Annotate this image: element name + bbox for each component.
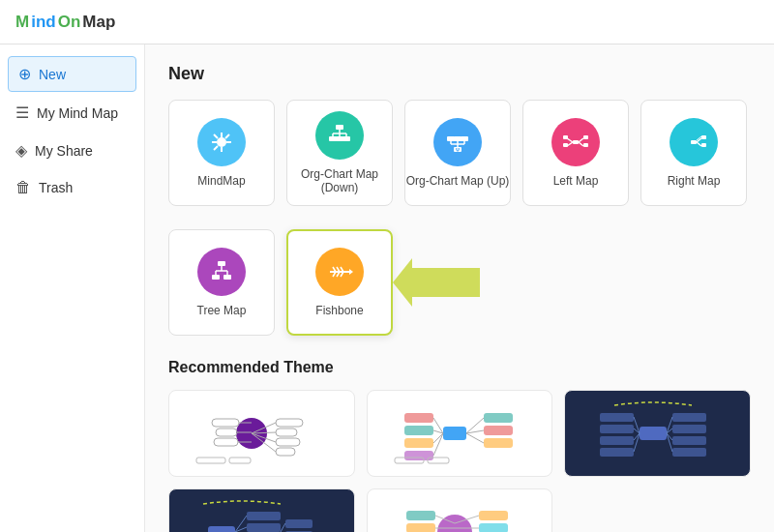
sidebar-item-trash-label: Trash (39, 180, 73, 195)
svg-rect-78 (404, 426, 433, 435)
svg-rect-77 (404, 413, 433, 423)
content-area: New MindMap (145, 44, 774, 532)
theme-card-1[interactable] (168, 390, 355, 477)
theme-grid (168, 390, 751, 532)
logo: MindOnMap (15, 13, 115, 32)
theme-card-2[interactable] (367, 390, 553, 477)
trash-icon: 🗑 (15, 179, 31, 196)
map-card-org-down[interactable]: Org-Chart Map (Down) (286, 100, 393, 206)
svg-rect-99 (600, 425, 634, 433)
svg-rect-16 (342, 136, 350, 141)
svg-rect-94 (672, 413, 706, 422)
logo-on2: On (58, 13, 81, 32)
fishbone-svg (326, 258, 353, 285)
svg-rect-110 (208, 526, 235, 532)
right-map-circle (670, 118, 718, 166)
svg-rect-19 (461, 136, 468, 141)
map-card-mindmap[interactable]: MindMap (168, 100, 275, 206)
svg-rect-96 (672, 436, 706, 445)
svg-rect-27 (573, 140, 579, 144)
svg-line-7 (214, 146, 218, 150)
svg-line-32 (579, 138, 583, 142)
svg-rect-61 (276, 429, 297, 436)
main-layout: ⊕ New ☰ My Mind Map ◈ My Share 🗑 Trash N… (0, 44, 774, 532)
map-type-grid: MindMap Org-C (168, 100, 751, 206)
svg-text:Ψ: Ψ (456, 147, 460, 153)
left-map-svg (562, 129, 589, 156)
section-title: New (168, 64, 751, 84)
svg-rect-80 (404, 451, 433, 460)
svg-rect-82 (484, 426, 513, 435)
theme-card-3[interactable] (564, 390, 751, 477)
svg-rect-111 (247, 512, 281, 520)
share-icon: ◈ (15, 141, 27, 160)
theme1-svg (189, 398, 334, 469)
logo-on: ind (31, 13, 56, 32)
mindmap-svg (208, 129, 235, 156)
map-card-tree[interactable]: Tree Map (168, 229, 275, 336)
mindmap-circle (197, 118, 246, 166)
svg-rect-48 (223, 275, 231, 280)
sidebar-item-new-label: New (39, 67, 66, 82)
svg-line-90 (466, 433, 484, 443)
svg-rect-76 (443, 427, 466, 440)
org-up-svg: Ψ (444, 129, 471, 156)
sidebar-item-my-mind-map[interactable]: ☰ My Mind Map (0, 94, 144, 132)
svg-rect-31 (563, 143, 568, 147)
svg-rect-100 (600, 436, 634, 445)
svg-rect-62 (276, 438, 300, 446)
theme4-svg (189, 496, 334, 532)
right-map-label: Right Map (668, 174, 721, 188)
svg-rect-47 (212, 275, 220, 280)
fishbone-circle (315, 248, 364, 296)
sidebar-item-my-share[interactable]: ◈ My Share (0, 132, 144, 169)
map-card-left[interactable]: Left Map (522, 100, 629, 206)
svg-rect-65 (216, 429, 237, 436)
svg-rect-74 (196, 458, 225, 463)
svg-rect-64 (212, 419, 239, 427)
svg-rect-66 (214, 438, 238, 446)
svg-rect-33 (583, 135, 588, 139)
org-down-svg (326, 122, 353, 149)
svg-point-0 (217, 137, 226, 147)
map-card-fishbone[interactable]: Fishbone (286, 229, 393, 336)
sidebar-item-trash[interactable]: 🗑 Trash (0, 169, 144, 206)
svg-line-87 (433, 433, 443, 456)
logo-mind: M (15, 13, 29, 32)
svg-rect-130 (406, 511, 435, 520)
svg-marker-56 (349, 269, 353, 275)
svg-rect-8 (336, 125, 343, 130)
svg-rect-115 (285, 519, 313, 528)
org-down-label: Org-Chart Map (Down) (287, 167, 392, 194)
theme3-svg (585, 398, 730, 469)
svg-line-6 (225, 134, 229, 138)
svg-line-5 (214, 134, 218, 138)
svg-rect-38 (701, 135, 706, 139)
svg-rect-40 (701, 143, 706, 147)
logo-map: Map (82, 13, 115, 32)
theme2-svg (387, 398, 532, 469)
svg-rect-18 (454, 136, 461, 141)
svg-rect-75 (229, 458, 251, 463)
theme5-svg (387, 496, 532, 532)
svg-rect-15 (336, 136, 343, 141)
fishbone-arrow (393, 258, 480, 307)
theme-card-5[interactable] (367, 488, 553, 532)
theme-card-4[interactable] (168, 488, 355, 532)
map-card-right[interactable]: Right Map (640, 100, 747, 206)
sidebar-item-new[interactable]: ⊕ New (8, 56, 136, 92)
svg-rect-63 (276, 448, 295, 456)
map-card-org-up[interactable]: Ψ Org-Chart Map (Up) (404, 100, 511, 206)
svg-line-39 (697, 142, 701, 146)
fishbone-label: Fishbone (315, 304, 363, 317)
org-down-circle (315, 111, 364, 160)
svg-rect-17 (447, 136, 455, 141)
header: MindOnMap (0, 0, 774, 44)
right-map-svg (680, 129, 707, 156)
svg-line-86 (433, 433, 443, 443)
svg-rect-97 (672, 448, 706, 457)
tree-map-circle (197, 248, 246, 296)
svg-rect-93 (640, 427, 667, 440)
tree-map-label: Tree Map (197, 304, 247, 317)
fishbone-wrapper: Fishbone (286, 229, 393, 336)
